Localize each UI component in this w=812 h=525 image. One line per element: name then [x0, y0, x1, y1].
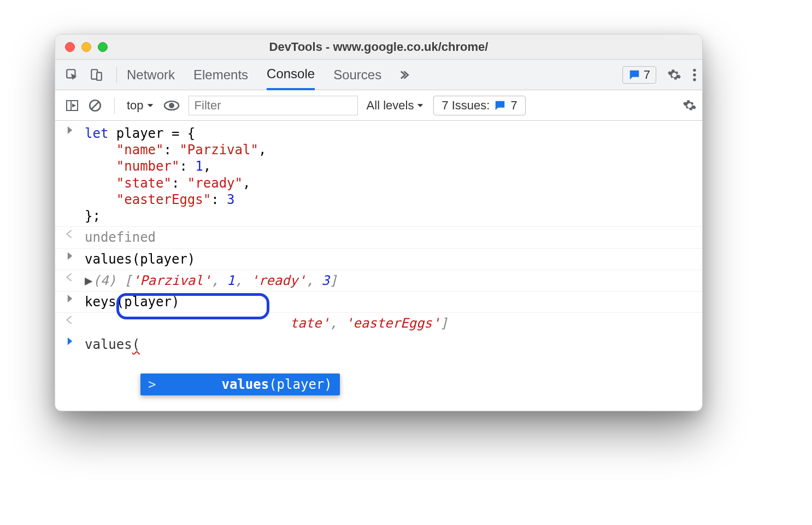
chevron-right-icon — [66, 251, 85, 267]
issues-badge[interactable]: 7 Issues: 7 — [433, 96, 525, 115]
maximize-window[interactable] — [98, 42, 108, 52]
values-call: values(player) — [85, 251, 702, 267]
messages-badge[interactable]: 7 — [622, 66, 656, 84]
undefined-result: undefined — [85, 229, 702, 246]
values-result[interactable]: ▶(4) ['Parzival', 1, 'ready', 3] — [85, 272, 702, 289]
chevron-right-icon — [66, 294, 85, 310]
console-prompt[interactable]: values( — [55, 334, 702, 355]
suggestion-marker: > — [148, 377, 156, 392]
keys-result[interactable]: ▶(4) ['name', 'number', 'state', 'easter… — [85, 315, 702, 331]
console-input-row: let player = { "name": "Parzival", "numb… — [55, 121, 702, 227]
close-window[interactable] — [65, 42, 75, 52]
traffic-lights — [55, 42, 108, 52]
console-body[interactable]: let player = { "name": "Parzival", "numb… — [55, 121, 702, 355]
device-toggle-icon[interactable] — [89, 68, 103, 82]
messages-count: 7 — [644, 68, 650, 82]
devtools-window: DevTools - www.google.co.uk/chrome/ Netw… — [55, 34, 703, 411]
separator — [116, 67, 117, 83]
levels-selector[interactable]: All levels — [367, 98, 425, 113]
inspect-icon[interactable] — [65, 68, 79, 82]
chevron-right-icon — [66, 125, 85, 224]
svg-point-4 — [693, 73, 696, 76]
svg-point-9 — [169, 103, 174, 108]
window-title: DevTools - www.google.co.uk/chrome/ — [55, 40, 702, 54]
tab-network[interactable]: Network — [127, 60, 175, 90]
sidebar-toggle-icon[interactable] — [65, 99, 79, 112]
expand-toggle-icon: ▶ — [85, 273, 92, 288]
kebab-menu-icon[interactable] — [692, 68, 697, 82]
svg-point-3 — [693, 68, 696, 71]
filter-input[interactable] — [189, 96, 358, 115]
tab-console[interactable]: Console — [267, 60, 315, 90]
svg-rect-2 — [97, 72, 102, 80]
console-output-row: ▶(4) ['name', 'number', 'state', 'easter… — [55, 313, 702, 334]
context-selector[interactable]: top — [127, 98, 155, 113]
settings-icon[interactable] — [667, 68, 681, 82]
keys-call: keys(player) — [85, 294, 702, 310]
live-expression-icon[interactable] — [163, 100, 180, 112]
prompt-input[interactable]: values( — [85, 336, 702, 353]
chevron-left-icon — [66, 272, 85, 289]
separator — [114, 97, 115, 114]
chevron-left-icon — [66, 229, 85, 246]
console-toolbar: top All levels 7 Issues: 7 — [55, 90, 702, 121]
svg-point-5 — [693, 78, 696, 80]
tab-elements[interactable]: Elements — [193, 60, 248, 90]
code-let-player: let player = { "name": "Parzival", "numb… — [85, 125, 702, 224]
chevron-left-icon — [66, 315, 85, 331]
clear-console-icon[interactable] — [88, 98, 102, 113]
prompt-chevron-icon — [66, 336, 85, 353]
console-settings-icon[interactable] — [682, 98, 697, 113]
main-tabstrip: Network Elements Console Sources 7 — [55, 60, 702, 90]
titlebar: DevTools - www.google.co.uk/chrome/ — [55, 34, 702, 60]
tabs: Network Elements Console Sources — [123, 60, 412, 90]
console-output-row: undefined — [55, 227, 702, 248]
autocomplete-suggestion[interactable]: > values(player) — [140, 374, 340, 395]
tab-sources[interactable]: Sources — [333, 60, 381, 90]
more-tabs-icon[interactable] — [400, 60, 412, 90]
console-output-row: ▶(4) ['Parzival', 1, 'ready', 3] — [55, 270, 702, 291]
minimize-window[interactable] — [81, 42, 91, 52]
console-input-row: keys(player) — [55, 291, 702, 313]
console-input-row: values(player) — [55, 249, 702, 270]
